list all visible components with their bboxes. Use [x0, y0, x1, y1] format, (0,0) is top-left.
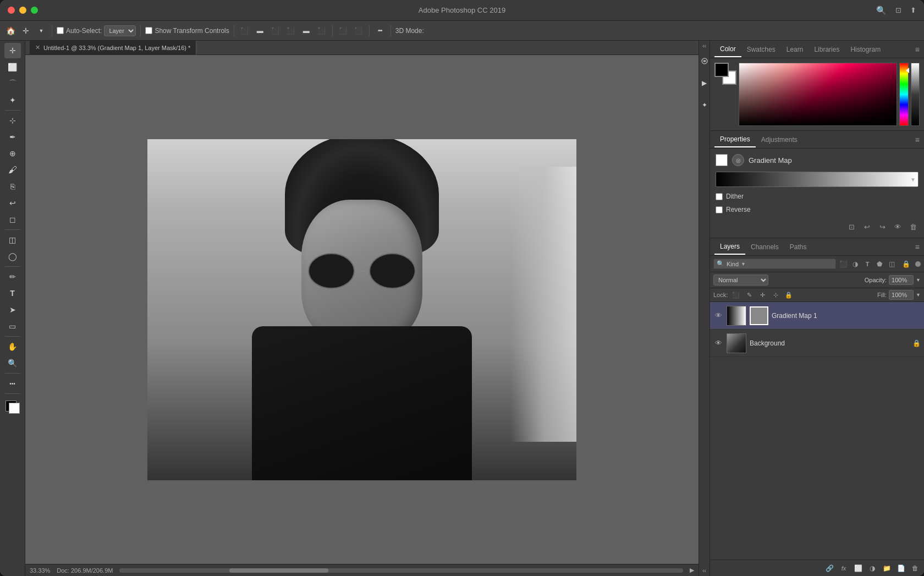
crop-tool[interactable]: ⊹	[4, 113, 21, 128]
distribute-h-icon[interactable]: ⬛	[337, 25, 349, 37]
filter-type-icon[interactable]: T	[862, 259, 872, 269]
hand-tool[interactable]: ✋	[4, 339, 21, 354]
path-selection-tool[interactable]: ➤	[4, 302, 21, 317]
visibility-icon[interactable]: 👁	[892, 221, 903, 232]
align-center-h-icon[interactable]: ▬	[254, 25, 266, 37]
fx-icon[interactable]: fx	[838, 563, 849, 574]
side-panel-icon3[interactable]: ✦	[701, 95, 708, 115]
tab-layers[interactable]: Layers	[714, 239, 745, 255]
add-mask-icon[interactable]: ⬜	[853, 563, 864, 574]
fill-input[interactable]	[889, 290, 914, 300]
lock-position-icon[interactable]: ✎	[744, 290, 754, 300]
foreground-swatch[interactable]	[714, 63, 729, 77]
opacity-arrow-icon[interactable]: ▼	[916, 277, 921, 283]
delete-adjustment-icon[interactable]: 🗑	[908, 221, 919, 232]
next-arrow-icon[interactable]: ▶	[690, 567, 694, 574]
transform-controls-checkbox[interactable]	[145, 27, 152, 34]
distribute-v-icon[interactable]: ⬛	[353, 25, 365, 37]
color-panel-menu-icon[interactable]: ≡	[915, 45, 920, 54]
lock-artboard-icon[interactable]: ✛	[757, 290, 767, 300]
pen-tool[interactable]: ✏	[4, 269, 21, 284]
opacity-input[interactable]	[889, 275, 914, 285]
layer-visibility-gradient-map[interactable]: 👁	[713, 311, 723, 321]
gradient-tool[interactable]: ◫	[4, 232, 21, 248]
scrollbar-thumb[interactable]	[229, 568, 328, 573]
align-left-icon[interactable]: ⬛	[239, 25, 251, 37]
tab-close-icon[interactable]: ✕	[35, 44, 40, 51]
canvas-image[interactable]	[147, 139, 576, 480]
filter-smart-icon[interactable]: ◫	[887, 259, 897, 269]
minimize-button[interactable]	[19, 7, 26, 14]
previous-state-icon[interactable]: ↩	[861, 221, 872, 232]
layer-visibility-background[interactable]: 👁	[713, 338, 723, 348]
lasso-tool[interactable]: ⌒	[4, 76, 21, 91]
home-button[interactable]: 🏠	[4, 25, 16, 37]
tab-libraries[interactable]: Libraries	[809, 42, 845, 57]
side-collapse-arrow-bottom[interactable]: ‹‹	[702, 568, 706, 574]
share-icon[interactable]: ⬆	[910, 6, 916, 14]
lock-transform-icon[interactable]: ⊹	[771, 290, 780, 300]
tab-swatches[interactable]: Swatches	[741, 42, 781, 57]
maximize-button[interactable]	[31, 7, 38, 14]
auto-select-type-dropdown[interactable]: Layer	[104, 25, 136, 36]
delete-layer-icon[interactable]: 🗑	[910, 563, 921, 574]
link-layers-icon[interactable]: 🔗	[824, 563, 835, 574]
more-options-button[interactable]: •••	[374, 25, 386, 37]
dodge-tool[interactable]: ◯	[4, 249, 21, 264]
clip-to-layer-icon[interactable]: ⊡	[846, 221, 857, 232]
add-group-icon[interactable]: 📁	[881, 563, 892, 574]
blend-mode-dropdown[interactable]: Normal	[713, 275, 768, 286]
side-panel-icon2[interactable]: ▶	[701, 73, 708, 93]
tab-adjustments[interactable]: Adjustments	[756, 133, 803, 147]
zoom-tool[interactable]: 🔍	[4, 355, 21, 371]
search-icon[interactable]: 🔍	[876, 6, 887, 15]
move-tool-button[interactable]: ✛	[20, 25, 32, 37]
rectangular-marquee-tool[interactable]: ⬜	[4, 59, 21, 75]
gradient-bar[interactable]: ▼	[716, 172, 919, 187]
reverse-checkbox[interactable]	[716, 206, 723, 213]
foreground-color-swatch[interactable]	[9, 403, 20, 414]
add-layer-icon[interactable]: 📄	[895, 563, 906, 574]
opacity-slider[interactable]	[911, 63, 920, 126]
healing-brush-tool[interactable]: ⊕	[4, 146, 21, 161]
lock-pixels-icon[interactable]: ⬛	[731, 290, 741, 300]
properties-menu-icon[interactable]: ≡	[915, 135, 920, 144]
move-tool[interactable]: ✛	[4, 43, 21, 58]
align-center-v-icon[interactable]: ▬	[300, 25, 312, 37]
canvas-content[interactable]	[25, 55, 698, 564]
layer-item-gradient-map[interactable]: 👁 Gradient Map 1	[710, 302, 924, 330]
lock-all-icon[interactable]: 🔒	[784, 290, 794, 300]
align-top-icon[interactable]: ⬛	[285, 25, 297, 37]
hue-slider[interactable]	[899, 63, 908, 126]
tab-color[interactable]: Color	[714, 42, 741, 57]
filter-shape-icon[interactable]: ⬟	[875, 259, 884, 269]
auto-select-checkbox[interactable]	[57, 27, 64, 34]
tab-histogram[interactable]: Histogram	[845, 42, 886, 57]
filter-adjustment-icon[interactable]: ◑	[850, 259, 860, 269]
tab-properties[interactable]: Properties	[714, 132, 756, 147]
filter-pixel-icon[interactable]: ⬛	[838, 259, 848, 269]
layout-icon[interactable]: ⊡	[895, 6, 901, 14]
align-right-icon[interactable]: ⬛	[270, 25, 282, 37]
fill-arrow-icon[interactable]: ▼	[916, 292, 921, 298]
horizontal-scrollbar[interactable]	[119, 568, 683, 573]
tab-learn[interactable]: Learn	[781, 42, 809, 57]
side-collapse-arrow-top[interactable]: ‹‹	[702, 43, 706, 49]
add-adjustment-icon[interactable]: ◑	[867, 563, 878, 574]
layer-item-background[interactable]: 👁 Background 🔒	[710, 330, 924, 357]
history-brush-tool[interactable]: ↩	[4, 195, 21, 211]
type-tool[interactable]: T	[4, 286, 21, 301]
eyedropper-tool[interactable]: ✒	[4, 129, 21, 145]
color-swatch-area[interactable]	[4, 398, 21, 414]
move-tool-dropdown[interactable]: ▼	[35, 25, 47, 37]
align-bottom-icon[interactable]: ⬛	[316, 25, 328, 37]
tab-channels[interactable]: Channels	[745, 240, 784, 254]
magic-wand-tool[interactable]: ✦	[4, 92, 21, 108]
layers-menu-icon[interactable]: ≡	[915, 243, 920, 251]
layers-kind-dropdown[interactable]: 🔍 Kind ▼	[713, 259, 836, 269]
rectangle-shape-tool[interactable]: ▭	[4, 319, 21, 334]
next-state-icon[interactable]: ↪	[877, 221, 888, 232]
tab-paths[interactable]: Paths	[784, 240, 812, 254]
more-tools-button[interactable]: •••	[4, 376, 21, 391]
dither-checkbox[interactable]	[716, 193, 723, 200]
